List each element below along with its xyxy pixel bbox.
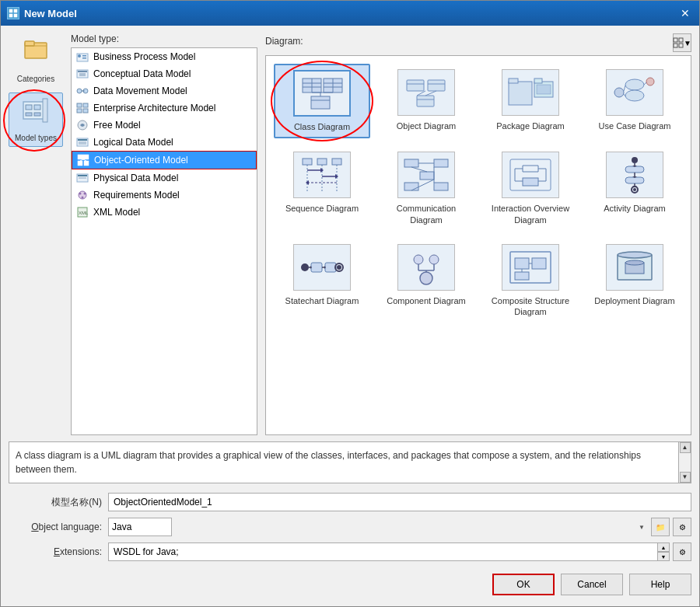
diagram-deployment[interactable]: Deployment Diagram xyxy=(586,239,683,323)
description-scrollbar[interactable]: ▲ ▼ xyxy=(678,442,691,483)
svg-point-21 xyxy=(77,89,82,93)
svg-line-81 xyxy=(624,85,625,91)
diagram-grid[interactable]: Class Diagram xyxy=(265,55,691,435)
svg-point-79 xyxy=(625,79,644,90)
ldm-label: Logical Data Model xyxy=(93,137,173,148)
description-text: A class diagram is a UML diagram that pr… xyxy=(16,448,684,476)
svg-rect-28 xyxy=(83,109,88,113)
object-diagram-icon xyxy=(397,69,455,116)
model-types-label: Model types xyxy=(15,134,57,143)
diagram-sequence[interactable]: Sequence Diagram xyxy=(274,146,370,231)
list-item-eam[interactable]: Enterprise Architecture Model xyxy=(72,99,257,117)
diagram-statechart[interactable]: Statechart Diagram xyxy=(274,239,370,323)
usecase-diagram-label: Use Case Diagram xyxy=(599,120,671,131)
svg-point-45 xyxy=(82,197,84,199)
svg-rect-12 xyxy=(43,99,47,122)
form-section: 模型名称(N) Object language: Java C++ C# VB.… xyxy=(9,493,691,561)
diagram-interaction[interactable]: Interaction Overview Diagram xyxy=(482,146,579,231)
title-bar: New Model ✕ xyxy=(1,1,699,26)
diagram-package[interactable]: Package Diagram xyxy=(482,64,579,138)
categories-label: Categories xyxy=(17,75,54,84)
object-language-select[interactable]: Java C++ C# VB.NET PowerBuilder xyxy=(108,518,172,536)
help-button[interactable]: Help xyxy=(629,574,691,595)
deployment-diagram-icon xyxy=(606,244,663,291)
model-types-icon xyxy=(22,97,50,131)
svg-rect-9 xyxy=(34,105,40,110)
description-area: A class diagram is a UML diagram that pr… xyxy=(9,441,691,483)
usecase-diagram-icon xyxy=(606,69,663,116)
extensions-up-arrow[interactable]: ▲ xyxy=(657,542,670,552)
diagram-communication[interactable]: Communication Diagram xyxy=(378,146,474,231)
svg-point-147 xyxy=(618,252,652,258)
sequence-diagram-label: Sequence Diagram xyxy=(285,203,359,214)
statechart-diagram-icon xyxy=(293,244,351,291)
list-item-pdm[interactable]: Physical Data Model xyxy=(72,169,257,187)
class-diagram-icon xyxy=(293,70,351,117)
categories-button[interactable]: Categories xyxy=(9,33,63,88)
list-item-ldm[interactable]: Logical Data Model xyxy=(72,134,257,151)
diagram-component[interactable]: Component Diagram xyxy=(378,239,474,323)
svg-rect-101 xyxy=(434,183,448,190)
list-item-req[interactable]: Requirements Model xyxy=(72,187,257,204)
svg-line-103 xyxy=(411,167,427,172)
list-item-free[interactable]: Free Model xyxy=(72,117,257,134)
object-language-edit-btn[interactable]: ⚙ xyxy=(673,518,691,536)
component-diagram-label: Component Diagram xyxy=(387,295,466,306)
list-item-oom[interactable]: Object-Oriented Model xyxy=(72,151,257,169)
scroll-up-arrow[interactable]: ▲ xyxy=(680,442,691,453)
svg-line-37 xyxy=(80,159,83,161)
svg-line-72 xyxy=(425,91,436,96)
diagram-class[interactable]: Class Diagram xyxy=(274,64,370,138)
svg-rect-98 xyxy=(420,172,434,180)
svg-rect-26 xyxy=(83,103,88,107)
model-list[interactable]: Business Process Model Conceptual Data M… xyxy=(71,47,257,435)
diagram-object[interactable]: Object Diagram xyxy=(378,64,474,138)
object-language-wrap: Java C++ C# VB.NET PowerBuilder 📁 ⚙ xyxy=(108,518,691,536)
diagram-usecase[interactable]: Use Case Diagram xyxy=(586,64,683,138)
svg-rect-142 xyxy=(532,258,546,269)
svg-rect-18 xyxy=(78,71,87,72)
extensions-down-arrow[interactable]: ▼ xyxy=(657,552,670,561)
svg-point-43 xyxy=(79,193,82,195)
extensions-edit-btn[interactable]: ⚙ xyxy=(673,542,691,561)
svg-point-14 xyxy=(78,54,81,58)
pdm-label: Physical Data Model xyxy=(93,173,178,183)
object-language-folder-btn[interactable]: 📁 xyxy=(651,518,670,536)
svg-rect-65 xyxy=(407,80,424,91)
model-type-label: Model type: xyxy=(71,33,257,44)
model-name-label: 模型名称(N) xyxy=(9,496,102,509)
composite-diagram-label: Composite Structure Diagram xyxy=(488,295,573,318)
svg-rect-15 xyxy=(82,55,86,57)
statechart-diagram-label: Statechart Diagram xyxy=(285,295,359,306)
scroll-down-arrow[interactable]: ▼ xyxy=(680,472,691,483)
object-language-label: Object language: xyxy=(9,522,102,532)
extensions-input[interactable] xyxy=(108,542,670,561)
ok-button[interactable]: OK xyxy=(492,574,555,595)
diagram-activity[interactable]: Activity Diagram xyxy=(586,146,683,231)
svg-rect-3 xyxy=(14,14,17,17)
model-name-input[interactable] xyxy=(108,493,691,511)
svg-line-71 xyxy=(417,91,425,96)
list-item-bpm[interactable]: Business Process Model xyxy=(72,48,257,65)
title-bar-left: New Model xyxy=(7,7,77,19)
svg-rect-0 xyxy=(9,9,12,12)
svg-rect-74 xyxy=(509,78,518,83)
close-button[interactable]: ✕ xyxy=(677,5,693,21)
model-types-button[interactable]: Model types xyxy=(9,92,63,147)
diagram-composite[interactable]: Composite Structure Diagram xyxy=(482,239,579,323)
top-section: Categories Model types xyxy=(9,33,691,435)
cancel-button[interactable]: Cancel xyxy=(561,574,623,595)
svg-rect-123 xyxy=(325,263,336,272)
svg-point-134 xyxy=(429,255,439,264)
svg-point-138 xyxy=(420,272,432,284)
list-item-xml[interactable]: XML XML Model xyxy=(72,204,257,221)
svg-line-38 xyxy=(83,159,86,161)
extensions-wrap: ▲ ▼ ⚙ xyxy=(108,542,691,561)
object-diagram-label: Object Diagram xyxy=(397,120,456,131)
grid-view-button[interactable]: ▼ xyxy=(673,33,691,52)
extensions-arrows: ▲ ▼ xyxy=(657,542,670,561)
list-item-dmm[interactable]: Data Movement Model xyxy=(72,82,257,99)
req-label: Requirements Model xyxy=(93,190,180,201)
list-item-cdm[interactable]: Conceptual Data Model xyxy=(72,65,257,82)
svg-rect-1 xyxy=(14,9,17,12)
